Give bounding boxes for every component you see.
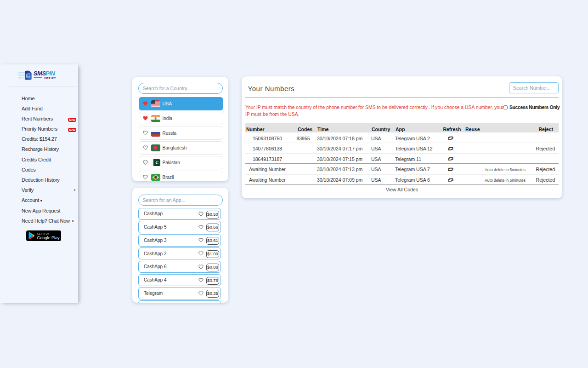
svg-text:PIN: PIN xyxy=(45,70,55,77)
svg-text:VERIFY: VERIFY xyxy=(44,77,56,80)
svg-text:Google Play: Google Play xyxy=(37,235,60,240)
svg-text:GET IT ON: GET IT ON xyxy=(37,232,49,235)
svg-text:SMS: SMS xyxy=(34,70,46,77)
